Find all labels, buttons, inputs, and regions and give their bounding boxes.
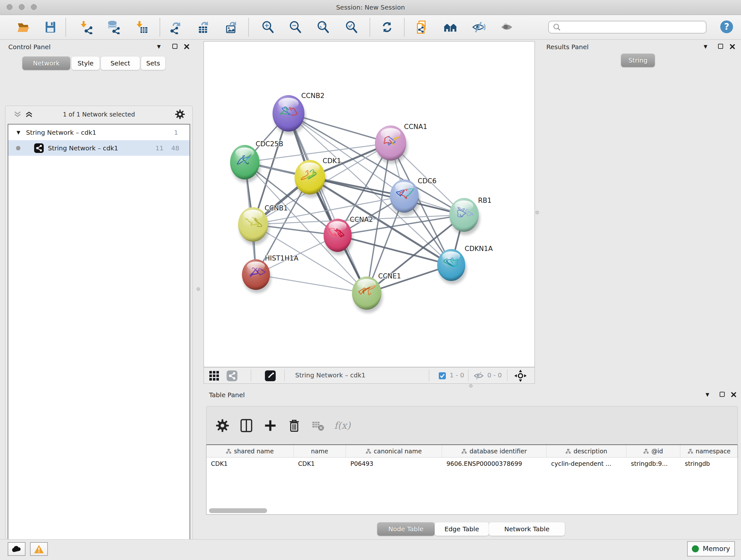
network-node-CDKN1A[interactable]: CDKN1A [437,245,493,284]
float-panel-icon[interactable] [720,392,725,397]
string-app-icon [34,143,44,153]
add-column-icon[interactable] [264,419,277,433]
close-panel-icon[interactable] [184,44,190,50]
table-options-gear-icon[interactable] [216,419,229,433]
import-database-icon[interactable] [106,20,120,34]
delete-column-icon[interactable] [288,419,300,433]
tab-edge-table[interactable]: Edge Table [434,522,489,536]
hidden-node-edge-counts: 0 - 0 [487,371,502,379]
network-collection-row[interactable]: ▼ String Network – cdk1 1 [8,125,190,140]
column-label: @id [651,448,663,455]
save-session-icon[interactable] [44,20,57,34]
network-canvas[interactable]: CCNB2CCNA1CDC25BCDK1CDC6RB1CCNB1CCNA2CDK… [204,41,535,367]
table-panel: Table Panel ▼ [204,388,741,540]
export-image-icon[interactable] [224,20,238,34]
node-label: RB1 [478,197,491,204]
toolbar-separator [159,18,160,37]
tab-network[interactable]: Network [22,57,70,70]
panel-menu-icon[interactable]: ▼ [705,392,710,397]
string-view-icon[interactable] [226,370,238,381]
column-header-namespace[interactable]: namespace [680,445,738,457]
grid-view-icon[interactable] [209,370,219,381]
results-panel-title: Results Panel [546,43,589,51]
tab-string[interactable]: String [621,54,655,67]
export-table-icon[interactable] [196,20,210,34]
close-panel-icon[interactable] [730,44,735,50]
control-panel: Control Panel ▼ 1 of 1 Network selected [0,39,198,540]
export-network-icon[interactable] [168,20,182,34]
network-row[interactable]: String Network – cdk1 11 48 [8,140,190,156]
tab-network-table[interactable]: Network Table [489,522,565,536]
network-node-CCNB1[interactable]: CCNB1 [238,204,288,245]
network-node-CDC6[interactable]: CDC6 [390,177,436,216]
memory-button[interactable]: Memory [687,541,735,557]
zoom-out-icon[interactable] [288,20,302,34]
tab-node-table[interactable]: Node Table [377,522,434,536]
network-selection-status: 1 of 1 Network selected [5,111,192,118]
import-network-icon[interactable] [79,20,93,34]
column-header-canonical-name[interactable]: canonical name [346,445,442,457]
shared-column-icon [565,449,571,454]
column-header--id[interactable]: @id [626,445,680,457]
fit-selected-crosshair-icon[interactable] [514,369,527,382]
table-cell: CDK1 [293,457,346,470]
panel-menu-icon[interactable]: ▼ [157,44,161,50]
node-table: shared namenamecanonical namedatabase id… [206,444,738,515]
tab-style[interactable]: Style [71,57,99,70]
help-icon[interactable]: ? [720,20,734,34]
network-node-CCNA2[interactable]: CCNA2 [324,216,373,255]
shared-column-icon [366,449,371,454]
selected-checkbox-icon[interactable] [439,372,446,380]
column-label: namespace [696,448,731,455]
network-node-CDC25B[interactable]: CDC25B [230,140,283,183]
tab-sets[interactable]: Sets [141,57,165,70]
open-session-icon[interactable] [16,20,30,34]
network-node-CCNA1[interactable]: CCNA1 [375,123,427,164]
import-table-icon[interactable] [135,20,149,34]
search-input[interactable] [563,22,706,32]
float-panel-icon[interactable] [718,44,723,49]
show-columns-icon[interactable] [240,419,253,433]
panel-menu-icon[interactable]: ▼ [704,44,708,50]
network-node-HIST1H1A[interactable]: HIST1H1A [242,254,299,293]
zoom-selected-icon[interactable] [345,20,359,34]
splitter-handle[interactable] [469,384,473,388]
splitter-handle[interactable] [197,287,200,291]
horizontal-scrollbar[interactable] [209,508,267,513]
hide-selected-icon[interactable] [471,20,485,34]
toolbar-separator [369,18,370,37]
zoom-in-icon[interactable] [261,20,275,34]
cytoscape-window: Session: New Session [0,0,741,560]
search-box [548,21,706,34]
cloud-button[interactable] [8,542,25,556]
network-node-CCNB2[interactable]: CCNB2 [273,92,325,135]
tree-expander-icon[interactable]: ▼ [17,130,20,135]
apply-layout-icon[interactable] [380,20,394,34]
column-header-name[interactable]: name [293,445,346,457]
network-edge-CCNB2-CCNE1[interactable] [288,113,367,293]
network-graph[interactable]: CCNB2CCNA1CDC25BCDK1CDC6RB1CCNB1CCNA2CDK… [204,42,535,367]
warnings-button[interactable] [30,542,48,556]
column-header-shared-name[interactable]: shared name [206,445,293,457]
network-node-RB1[interactable]: RB1 [449,197,491,235]
tab-select[interactable]: Select [101,57,140,70]
birdseye-view-icon[interactable] [265,370,276,381]
column-header-description[interactable]: description [547,445,626,457]
node-label: CCNE1 [378,272,401,280]
float-panel-icon[interactable] [172,44,178,49]
show-all-networks-icon[interactable] [443,20,457,34]
function-builder-icon: f(x) [334,419,360,433]
zoom-fit-icon[interactable] [316,20,330,34]
clone-network-icon[interactable] [415,20,429,34]
show-hidden-icon[interactable] [500,20,514,34]
column-header-database-identifier[interactable]: database identifier [442,445,547,457]
close-panel-icon[interactable] [731,392,737,397]
network-options-gear-icon[interactable] [175,110,185,119]
selected-node-edge-counts: 1 - 0 [450,371,464,379]
shared-column-icon [643,449,649,454]
network-tree-header: 1 of 1 Network selected [5,106,192,123]
window-title: Session: New Session [0,0,741,15]
table-row[interactable]: CDK1CDK1P064939606.ENSP00000378699cyclin… [206,457,738,470]
network-edge-HIST1H1A-CCNE1[interactable] [256,274,367,293]
shared-column-icon [461,449,467,454]
